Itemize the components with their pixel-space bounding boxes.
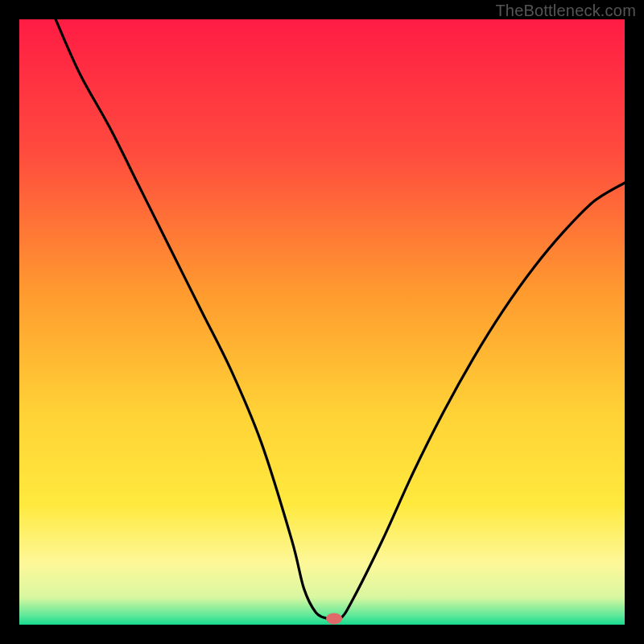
optimal-point-marker bbox=[326, 613, 342, 624]
watermark-text: TheBottleneck.com bbox=[495, 2, 636, 20]
chart-frame: TheBottleneck.com bbox=[0, 0, 644, 644]
chart-svg bbox=[19, 19, 625, 625]
gradient-background bbox=[19, 19, 625, 625]
chart-plot-area bbox=[19, 19, 625, 625]
